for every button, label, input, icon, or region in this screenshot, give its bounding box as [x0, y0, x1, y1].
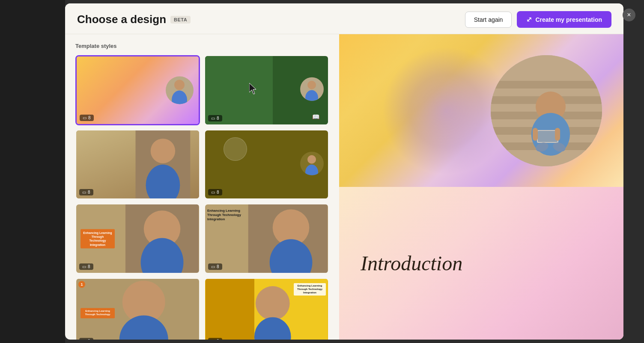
olive-circle	[224, 137, 247, 161]
preview-panel: Introduction	[339, 34, 623, 340]
header-actions: Start again ⤢ Create my presentation	[465, 11, 611, 28]
card-badge-1: ▭ 8	[80, 115, 94, 121]
slides-icon-6: ▭	[211, 264, 215, 269]
modal-title: Choose a design	[77, 13, 166, 26]
modal-body: Template styles ▭	[65, 34, 623, 340]
card-badge-4: ▭ 8	[208, 189, 222, 195]
svg-point-2	[307, 81, 316, 89]
start-again-button[interactable]: Start again	[465, 12, 512, 28]
card-badge-5: ▭ 8	[79, 263, 93, 270]
preview-slide-2: Introduction	[339, 187, 623, 340]
template-card-4[interactable]: ▭ 8	[204, 130, 329, 200]
green-rect	[205, 56, 273, 124]
external-link-icon: ⤢	[526, 15, 532, 24]
svg-point-3	[305, 90, 318, 101]
template-card-1[interactable]: ▭ 8	[75, 55, 200, 125]
template-preview-3	[76, 130, 199, 199]
card-text-7: Enhancing Learning Through Technology	[80, 308, 115, 318]
slides-icon-1: ▭	[83, 115, 86, 120]
template-card-2[interactable]: 📖 ▭ 8	[204, 55, 329, 125]
template-preview-7: 1 Enhancing Learning Through Technology	[76, 279, 199, 340]
template-preview-2: 📖	[205, 56, 328, 124]
svg-rect-20	[206, 279, 254, 340]
tpl4-photo	[300, 151, 324, 175]
preview-intro-text: Introduction	[361, 251, 462, 275]
modal-header: Choose a design BETA Start again ⤢ Creat…	[65, 3, 623, 34]
template-preview-1	[77, 56, 199, 124]
slides-icon-5: ▭	[82, 264, 86, 269]
svg-rect-35	[533, 128, 538, 141]
template-preview-8: Enhancing Learning Through Technology In…	[205, 279, 328, 340]
card-badge-8: ▭ 8	[208, 338, 222, 340]
template-grid: ▭ 8 📖	[75, 55, 329, 340]
close-icon: ×	[627, 11, 631, 19]
card-badge-3: ▭ 8	[79, 189, 93, 195]
card-text-bold-6: Enhancing Learning Through Technology In…	[207, 209, 244, 221]
number-badge-7: 1	[78, 281, 85, 288]
preview-circle-photo	[491, 55, 602, 166]
slides-icon-2: ▭	[211, 116, 215, 121]
template-card-3[interactable]: ▭ 8	[75, 130, 200, 200]
svg-point-21	[256, 286, 290, 320]
svg-point-9	[305, 164, 318, 175]
template-preview-4	[205, 130, 328, 199]
header-left: Choose a design BETA	[77, 13, 191, 26]
template-card-6[interactable]: Enhancing Learning Through Technology In…	[204, 204, 329, 274]
template-card-8[interactable]: Enhancing Learning Through Technology In…	[204, 278, 329, 340]
slides-icon-7: ▭	[82, 339, 86, 340]
svg-point-1	[172, 90, 187, 104]
template-preview-6: Enhancing Learning Through Technology In…	[205, 204, 328, 273]
template-preview-5: Enhancing Learning Through Technology In…	[76, 204, 199, 273]
slides-icon-8: ▭	[211, 339, 215, 340]
svg-point-6	[151, 139, 175, 163]
create-presentation-button[interactable]: ⤢ Create my presentation	[517, 11, 611, 28]
tpl-2-photo	[300, 77, 324, 101]
card-badge-7: ▭ 8	[79, 338, 93, 340]
slides-icon-3: ▭	[82, 190, 86, 195]
sidebar-mock	[0, 0, 65, 343]
design-modal: Choose a design BETA Start again ⤢ Creat…	[65, 3, 623, 340]
card-badge-6: ▭ 8	[208, 263, 222, 270]
book-icon: 📖	[312, 113, 319, 120]
section-label: Template styles	[75, 43, 329, 49]
svg-rect-32	[538, 131, 558, 142]
card-text-orange-5: Enhancing Learning Through Technology In…	[80, 229, 115, 248]
svg-rect-36	[555, 128, 560, 141]
template-panel: Template styles ▭	[65, 34, 339, 340]
card-badge-2: ▭ 8	[208, 115, 222, 121]
beta-badge: BETA	[170, 16, 191, 24]
svg-point-8	[307, 155, 316, 163]
close-button[interactable]: ×	[623, 9, 635, 21]
preview-slide-1	[339, 34, 623, 187]
card-text-yellow-8: Enhancing Learning Through Technology In…	[294, 283, 326, 296]
template-card-5[interactable]: Enhancing Learning Through Technology In…	[75, 204, 200, 274]
svg-rect-24	[491, 81, 602, 89]
slides-icon-4: ▭	[211, 190, 215, 195]
template-card-7[interactable]: 1 Enhancing Learning Through Technology …	[75, 278, 200, 340]
svg-point-0	[174, 80, 185, 90]
